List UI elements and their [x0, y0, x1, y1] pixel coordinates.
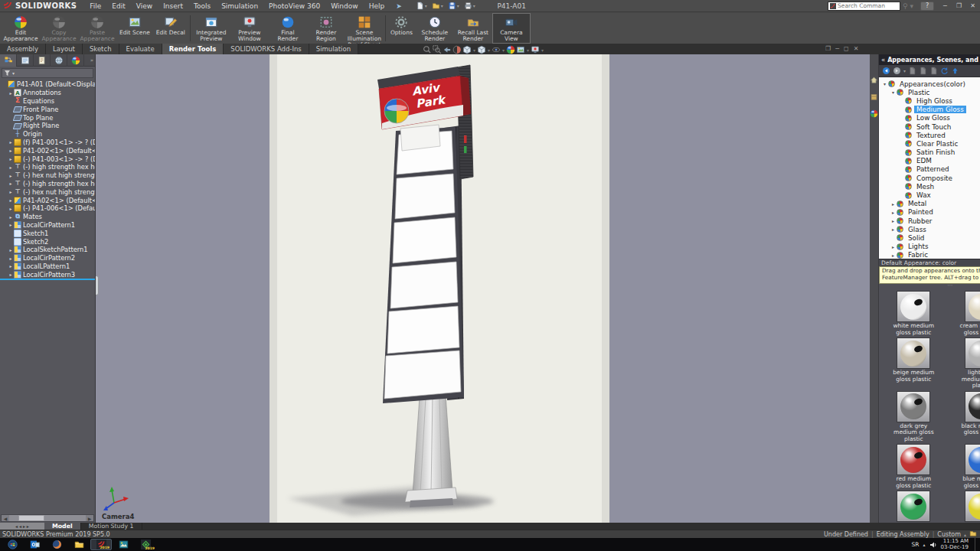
tree-item-mates[interactable]: ▸⧉Mates: [0, 213, 95, 221]
menu-tools[interactable]: Tools: [188, 2, 216, 10]
minimize-button[interactable]: ─: [939, 1, 952, 11]
tab-render-tools[interactable]: Render Tools: [162, 44, 224, 54]
displaymanager-tab[interactable]: [67, 54, 84, 67]
display-style-caret-icon[interactable]: ▾: [488, 47, 490, 53]
integrated-preview-button[interactable]: Integrated Preview: [192, 13, 230, 44]
expand-arrow-icon[interactable]: ▸: [8, 263, 14, 269]
tab-scroll-buttons[interactable]: ◂ ◂ ▸ ▸: [0, 523, 44, 530]
tab-model[interactable]: Model: [44, 523, 81, 530]
swatch-black-medium-gloss-plastic[interactable]: black medium gloss plastic: [950, 391, 980, 443]
appearance-category-plastic[interactable]: ▾Plastic: [879, 88, 980, 96]
expand-arrow-icon[interactable]: ▾: [890, 90, 897, 95]
tree-item-high-strength[interactable]: ▸⊤(-) high strength hex head bolt_din<: [0, 180, 95, 188]
hidden-icons-chevron[interactable]: ▴: [923, 542, 926, 547]
tab-assembly[interactable]: Assembly: [0, 44, 46, 54]
hide-show-items-icon[interactable]: [492, 45, 501, 54]
search-input[interactable]: [838, 2, 885, 9]
panel-splitter-grip[interactable]: [96, 276, 99, 295]
tree-item-sketch2[interactable]: Sketch2: [0, 237, 95, 246]
expand-arrow-icon[interactable]: ▾: [881, 81, 888, 86]
tree-item-p41-002-1-defaul[interactable]: ▸P41-002<1> (Default<As Machined>: [0, 146, 95, 155]
swatch-dark-grey-medium-gloss-plastic[interactable]: dark grey medium gloss plastic: [882, 391, 946, 443]
tab-simulation[interactable]: Simulation: [309, 44, 358, 54]
swatch-tile[interactable]: [965, 444, 980, 475]
swatch-tile[interactable]: [965, 491, 980, 522]
tree-item-right-plane[interactable]: Right Plane: [0, 122, 95, 130]
tree-item-equations[interactable]: ΣEquations: [0, 97, 95, 106]
photo-viewer[interactable]: [113, 539, 134, 550]
menu-help[interactable]: Help: [364, 2, 390, 10]
tree-item-top-plane[interactable]: Top Plane: [0, 113, 95, 122]
outlook[interactable]: [24, 539, 45, 550]
tree-item-p41-a01-default-d[interactable]: P41-A01 (Default<Display State-1>): [0, 80, 95, 89]
expand-arrow-icon[interactable]: ▸: [8, 247, 14, 253]
expand-arrow-icon[interactable]: ▸: [8, 272, 14, 277]
tab-evaluate[interactable]: Evaluate: [119, 44, 162, 54]
view-settings-caret-icon[interactable]: ▾: [541, 47, 544, 53]
appearance-category-patterned[interactable]: Patterned: [879, 165, 980, 174]
tree-item-annotations[interactable]: ▸AAnnotations: [0, 89, 95, 97]
swatch-tile[interactable]: [897, 291, 930, 322]
render-region-button[interactable]: Render Region: [307, 13, 345, 44]
tree-item-front-plane[interactable]: Front Plane: [0, 105, 95, 113]
restore-button[interactable]: ❐: [952, 1, 965, 11]
print-button[interactable]: ▾: [462, 2, 477, 10]
search-icon[interactable]: ⚲︎ ▾: [900, 2, 916, 10]
collapse-icon[interactable]: «: [881, 57, 885, 64]
tab-motion-study-1[interactable]: Motion Study 1: [81, 523, 142, 530]
menu-window[interactable]: Window: [325, 2, 364, 10]
recall-last-render-button[interactable]: Recall Last Render: [454, 13, 492, 44]
appearance-category-mesh[interactable]: Mesh: [879, 182, 980, 191]
tree-item-p41-006-1-de[interactable]: ▸(-) P41-006<1> (Default<<Default>_: [0, 204, 95, 213]
expand-arrow-icon[interactable]: ▸: [8, 214, 14, 220]
expand-arrow-icon[interactable]: ▸: [8, 173, 14, 178]
start-button[interactable]: [2, 539, 23, 550]
swatch-beige-medium-gloss-plastic[interactable]: beige medium gloss plastic: [882, 337, 946, 390]
tree-item-f-p41-001-1[interactable]: ▸(f) P41-001<1> -> ? (Default<As Mac: [0, 139, 95, 147]
menu-edit[interactable]: Edit: [106, 2, 130, 10]
expand-arrow-icon[interactable]: ▸: [8, 156, 14, 161]
edit-appearance-icon[interactable]: [506, 45, 515, 54]
apply-scene-caret-icon[interactable]: ▾: [527, 47, 529, 53]
splitter-dots[interactable]: ⋯: [879, 284, 980, 289]
view-orientation-icon[interactable]: [462, 45, 472, 54]
doc-close-button[interactable]: ✕: [854, 45, 859, 52]
apply-scene-icon[interactable]: [516, 45, 525, 54]
tree-item-localsketchpattern[interactable]: ▸LocalSketchPattern1: [0, 246, 95, 254]
hide-show-items-caret-icon[interactable]: ▾: [502, 47, 505, 53]
expand-arrow-icon[interactable]: ▸: [8, 189, 14, 194]
back-button[interactable]: [882, 64, 890, 78]
tree-filter-box[interactable]: ▾: [2, 68, 93, 78]
doc-cascade-button[interactable]: ❐: [825, 45, 831, 52]
appearance-category-composite[interactable]: Composite: [879, 174, 980, 182]
dimxpertmanager-tab[interactable]: [51, 54, 67, 67]
tree-item-localcirpattern2[interactable]: ▸LocalCirPattern2: [0, 254, 95, 262]
doc-restore-button[interactable]: ◻: [844, 45, 849, 52]
save-button[interactable]: ▾: [446, 2, 461, 10]
taskbar-clock[interactable]: 11:15 AM 03-Dec-19: [941, 539, 969, 550]
featuremanager-tab[interactable]: [0, 54, 17, 67]
zoom-to-fit-icon[interactable]: [423, 45, 432, 54]
expand-arrow-icon[interactable]: ▸: [890, 244, 897, 249]
swatch-tile[interactable]: [897, 337, 930, 369]
refresh-button[interactable]: [940, 64, 949, 78]
appearance-category-medium-gloss[interactable]: Medium Gloss: [879, 106, 980, 114]
expand-arrow-icon[interactable]: ▸: [8, 148, 14, 153]
appearance-category-metal[interactable]: ▸Metal: [879, 200, 980, 208]
menu-view[interactable]: View: [131, 2, 158, 10]
forward-button[interactable]: [893, 64, 901, 78]
appearance-category-lights[interactable]: ▸Lights: [879, 243, 980, 251]
appearance-category-wax[interactable]: Wax: [879, 191, 980, 199]
camera-view-button[interactable]: Camera View: [492, 13, 531, 44]
scroll-left-icon[interactable]: ◀: [2, 516, 9, 521]
swatch-tile[interactable]: [965, 391, 980, 422]
more-tabs-icon[interactable]: »: [90, 57, 95, 64]
appearance-category-soft-touch[interactable]: Soft Touch: [879, 122, 980, 131]
scroll-right-icon[interactable]: ▶: [86, 516, 93, 521]
graphics-viewport[interactable]: Aviv Park Camera4: [96, 54, 870, 523]
expand-arrow-icon[interactable]: ▸: [8, 197, 14, 203]
close-button[interactable]: ✕: [966, 1, 979, 11]
toolbar-caret-icon[interactable]: ▾: [903, 68, 906, 73]
edit-scene-button[interactable]: Edit Scene: [116, 13, 153, 44]
expand-arrow-icon[interactable]: ▸: [8, 256, 14, 261]
